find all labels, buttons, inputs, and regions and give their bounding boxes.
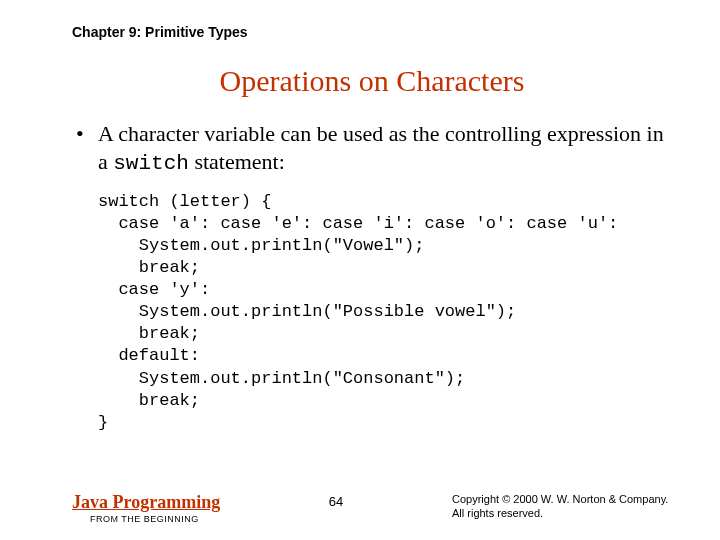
bullet-code-word: switch bbox=[113, 152, 189, 175]
copyright-line-2: All rights reserved. bbox=[452, 506, 672, 520]
footer-left: Java Programming FROM THE BEGINNING bbox=[72, 492, 220, 524]
chapter-label: Chapter 9: Primitive Types bbox=[72, 24, 672, 40]
bullet-item: • A character variable can be used as th… bbox=[76, 120, 672, 177]
slide-title: Operations on Characters bbox=[72, 64, 672, 98]
code-block: switch (letter) { case 'a': case 'e': ca… bbox=[98, 191, 672, 434]
bullet-marker: • bbox=[76, 120, 98, 177]
footer: Java Programming FROM THE BEGINNING 64 C… bbox=[0, 492, 720, 524]
slide: Chapter 9: Primitive Types Operations on… bbox=[0, 0, 720, 540]
book-subtitle: FROM THE BEGINNING bbox=[90, 514, 220, 524]
page-number: 64 bbox=[220, 492, 452, 509]
copyright-line-1: Copyright © 2000 W. W. Norton & Company. bbox=[452, 492, 672, 506]
bullet-text-post: statement: bbox=[189, 149, 285, 174]
copyright: Copyright © 2000 W. W. Norton & Company.… bbox=[452, 492, 672, 521]
bullet-text: A character variable can be used as the … bbox=[98, 120, 672, 177]
book-title: Java Programming bbox=[72, 492, 220, 513]
